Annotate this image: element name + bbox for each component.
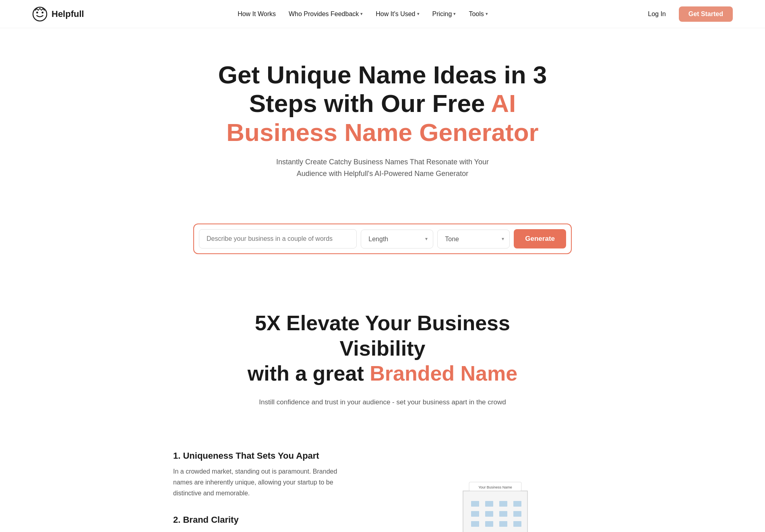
- features-left: 1. Uniqueness That Sets You Apart In a c…: [173, 451, 366, 532]
- hero-title-line1: Get Unique Name Ideas in 3: [218, 61, 547, 89]
- building-illustration: Your Business Name: [439, 459, 552, 532]
- length-select-wrapper: Length Short Medium Long ▾: [361, 230, 433, 248]
- length-select[interactable]: Length Short Medium Long: [361, 230, 433, 248]
- chevron-down-icon: ▾: [453, 11, 456, 17]
- feature-item-1: 1. Uniqueness That Sets You Apart In a c…: [173, 451, 366, 499]
- svg-rect-8: [513, 501, 521, 507]
- svg-point-0: [33, 7, 47, 21]
- hero-title-accent: AI: [491, 89, 516, 117]
- generator-container: Length Short Medium Long ▾ Tone Professi…: [185, 224, 580, 254]
- visibility-section: 5X Elevate Your Business Visibility with…: [0, 286, 765, 532]
- svg-rect-7: [499, 501, 507, 507]
- nav-item-how-it-works[interactable]: How It Works: [233, 7, 281, 21]
- svg-rect-6: [485, 501, 493, 507]
- chevron-down-icon: ▾: [417, 11, 420, 17]
- navigation: Helpfull How It Works Who Provides Feedb…: [0, 0, 765, 28]
- svg-rect-12: [513, 511, 521, 517]
- svg-point-1: [36, 11, 38, 13]
- nav-link-pricing[interactable]: Pricing ▾: [428, 7, 461, 21]
- login-button[interactable]: Log In: [641, 7, 672, 21]
- nav-link-how-it-works[interactable]: How It Works: [233, 7, 281, 21]
- feature-1-description: In a crowded market, standing out is par…: [173, 466, 342, 499]
- logo-icon: [32, 6, 48, 22]
- svg-rect-15: [499, 521, 507, 527]
- logo-link[interactable]: Helpfull: [32, 6, 84, 22]
- tone-select[interactable]: Tone Professional Playful Serious Creati…: [437, 230, 510, 248]
- visibility-title-line2: with a great: [248, 362, 370, 385]
- feature-1-title: 1. Uniqueness That Sets You Apart: [173, 451, 366, 461]
- svg-point-2: [41, 11, 43, 13]
- nav-link-how-its-used[interactable]: How It's Used ▾: [371, 7, 424, 21]
- chevron-down-icon: ▾: [486, 11, 488, 17]
- hero-title-line2: Steps with Our Free: [249, 89, 491, 117]
- visibility-title: 5X Elevate Your Business Visibility with…: [209, 311, 556, 386]
- svg-rect-9: [471, 511, 479, 517]
- nav-link-who-provides-feedback[interactable]: Who Provides Feedback ▾: [284, 7, 368, 21]
- logo-text: Helpfull: [52, 9, 84, 19]
- feature-item-2: 2. Brand Clarity: [173, 515, 366, 525]
- business-description-input[interactable]: [199, 229, 357, 248]
- feature-1-number: 1.: [173, 451, 180, 461]
- svg-text:Your Business Name: Your Business Name: [478, 485, 512, 489]
- nav-item-who-provides-feedback[interactable]: Who Provides Feedback ▾: [284, 7, 368, 21]
- hero-title-line3: Business Name Generator: [226, 118, 538, 146]
- features-right: Your Business Name: [399, 451, 592, 532]
- hero-subtitle: Instantly Create Catchy Business Names T…: [270, 156, 495, 180]
- feature-2-number: 2.: [173, 515, 180, 525]
- nav-item-how-its-used[interactable]: How It's Used ▾: [371, 7, 424, 21]
- visibility-title-line1: 5X Elevate Your Business Visibility: [255, 311, 510, 360]
- svg-rect-13: [471, 521, 479, 527]
- hero-title: Get Unique Name Ideas in 3 Steps with Ou…: [209, 60, 556, 147]
- get-started-button[interactable]: Get Started: [679, 6, 733, 22]
- svg-rect-10: [485, 511, 493, 517]
- features-section: 1. Uniqueness That Sets You Apart In a c…: [141, 443, 624, 532]
- tone-select-wrapper: Tone Professional Playful Serious Creati…: [437, 230, 510, 248]
- visibility-title-accent: Branded Name: [370, 362, 517, 385]
- feature-2-title: 2. Brand Clarity: [173, 515, 366, 525]
- generate-button[interactable]: Generate: [514, 229, 566, 248]
- feature-2-label: Brand Clarity: [183, 515, 238, 525]
- svg-rect-5: [471, 501, 479, 507]
- generator-box: Length Short Medium Long ▾ Tone Professi…: [193, 224, 572, 254]
- svg-rect-16: [513, 521, 521, 527]
- hero-section: Get Unique Name Ideas in 3 Steps with Ou…: [0, 28, 765, 254]
- nav-link-tools[interactable]: Tools ▾: [464, 7, 492, 21]
- nav-item-pricing[interactable]: Pricing ▾: [428, 7, 461, 21]
- chevron-down-icon: ▾: [360, 11, 363, 17]
- svg-rect-11: [499, 511, 507, 517]
- visibility-subtitle: Instill confidence and trust in your aud…: [209, 398, 556, 406]
- feature-1-label: Uniqueness That Sets You Apart: [183, 451, 319, 461]
- nav-item-tools[interactable]: Tools ▾: [464, 7, 492, 21]
- nav-links: How It Works Who Provides Feedback ▾ How…: [233, 7, 493, 21]
- nav-actions: Log In Get Started: [641, 6, 733, 22]
- svg-rect-14: [485, 521, 493, 527]
